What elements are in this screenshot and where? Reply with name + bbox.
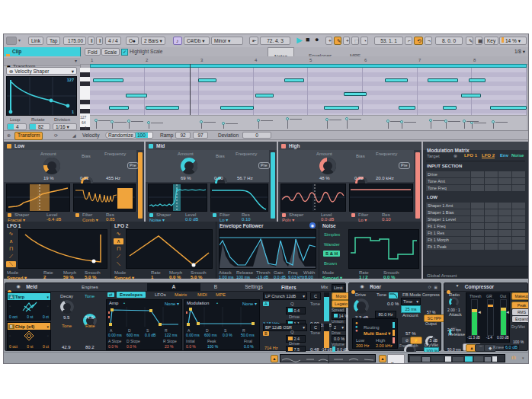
tab-mpe[interactable]: MPE [344,47,367,56]
link-button[interactable]: Link [28,37,43,45]
subtab-envelopes[interactable]: Envelopes [117,292,146,298]
meld-power-icon[interactable]: ◉ [16,284,20,289]
highlight-scale-checkbox[interactable]: ✓ [121,49,128,56]
high-amount-knob[interactable] [319,158,336,174]
limit-button[interactable]: Limit [332,284,345,292]
loop-field[interactable]: 4 [7,123,27,130]
engine-b-next-icon[interactable]: ◦ [47,334,49,338]
device-chain-thumbnails[interactable] [408,354,505,362]
randomize-button[interactable]: Randomize [105,132,136,139]
r-slope-value[interactable]: 23 % [165,344,173,349]
matrix-cell[interactable] [471,209,484,215]
chevron-down-icon[interactable]: ▾ [522,356,524,360]
amp-envelope-graph[interactable] [108,307,181,327]
quantize-menu[interactable]: 2 Bars ▾ [141,37,165,45]
filter-b-level-fader[interactable] [324,324,329,348]
tab-envelopes[interactable]: Envelopes [303,47,338,56]
engine-a-prev-icon[interactable]: ◦ [9,304,11,308]
filter-a-q-field[interactable]: 0.4 [286,307,306,314]
loop-button[interactable]: ⟲ [414,37,423,45]
engine-b-knob2-value[interactable]: 80.2 [85,345,95,350]
high-pre-button[interactable]: Pre [399,162,410,169]
matrix-cell[interactable] [498,244,511,250]
fb-time-field[interactable]: 25 ms [401,305,421,313]
mid-enable-checkbox[interactable] [149,144,153,148]
transform-refresh-icon[interactable]: ⟳ [54,132,58,138]
volume-fader-icon[interactable] [332,346,335,352]
matrix-cell[interactable] [471,230,484,236]
low-pre-button[interactable]: Pre [127,162,139,169]
roar-tone-filter-icon[interactable] [389,292,398,298]
low-enable-checkbox[interactable] [7,144,11,148]
performance-meter-icon[interactable]: ılı [511,354,516,361]
matrix-cell[interactable] [471,171,484,177]
compressor-collapse-icon[interactable]: ▼ [455,283,459,288]
matrix-cell[interactable] [498,216,511,222]
time-signature-field[interactable]: 4 / 4 [105,37,121,45]
low-filter-checkbox[interactable] [75,213,79,217]
matrix-cell[interactable] [498,185,511,191]
matrix-cell[interactable] [485,185,498,191]
window-menu-button[interactable] [6,37,17,45]
warning-icon[interactable]: ▲ [271,355,278,362]
final-value[interactable]: 0.0 % [244,344,254,349]
matrix-cell[interactable] [512,244,525,250]
matrix-cell[interactable] [498,178,511,184]
matrix-cell[interactable] [471,223,484,229]
matrix-cell[interactable] [471,244,484,250]
warning-icon[interactable]: ▲ [379,355,386,362]
noise-type-brown[interactable]: Brown [324,261,337,266]
rotate-field[interactable]: 82 [29,123,50,130]
filter-a-type-menu[interactable]: LP Crunch 12dB▾ [263,292,307,300]
matrix-row-label[interactable]: Tone Amt [426,178,470,184]
engine-b-prev-icon[interactable]: ◦ [9,334,11,338]
frequency-value[interactable]: 455 Hz [106,176,120,180]
fb-mode-menu[interactable]: Time▾ [401,298,421,305]
punch-out-button[interactable]: ¬ [425,37,432,45]
knee-value[interactable]: 6.0 dB [504,345,519,350]
amp-attack-value[interactable]: 0.00 ms [108,333,122,337]
nudge-down-button[interactable]: ‖ [88,37,95,45]
lane-resize-icon[interactable]: ◢ [72,132,76,138]
subtab-lfos[interactable]: LFOs [155,292,166,297]
frequency-value[interactable]: 20.0 kHz [376,176,394,180]
lfo1-wave-triangle-icon[interactable]: ∧ [6,238,16,244]
lfo2-wave-triangle-icon[interactable]: ∧ [114,238,123,244]
automation-thumbnails[interactable] [280,354,376,362]
matrix-row-label[interactable]: Shaper 1 Bias [426,209,470,215]
matrix-cell[interactable] [512,230,525,236]
matrix-row-label[interactable]: Shaper 1 Level [426,216,470,222]
overdub-button[interactable]: + [325,37,332,45]
matrix-cell[interactable] [512,178,525,184]
noise-type-simplex[interactable]: Simplex [324,232,340,237]
out-meter[interactable] [500,299,507,336]
scale-highlight-button[interactable]: Scale [101,48,120,56]
loop-start-field[interactable]: 53. 1. 1 [374,37,403,45]
tap-button[interactable]: Tap [46,37,60,45]
matrix-cell[interactable] [471,237,484,243]
chevron-down-icon[interactable]: ▾ [18,37,21,43]
matrix-cell[interactable] [498,230,511,236]
velocity-lane-bg[interactable] [90,115,527,131]
engine-a-knob1[interactable] [60,300,74,314]
engine-b-st[interactable]: 0 st [27,344,33,349]
matrix-row-label[interactable]: Flt 1 Peak [426,244,470,250]
thresh-handle-icon[interactable]: ◄ [477,310,482,314]
amount-value[interactable]: 69 % [181,176,191,180]
subtab-matrix[interactable]: Matrix [175,292,187,297]
scale-name-menu[interactable]: Minor ▾ [211,37,243,45]
matrix-cell[interactable] [485,178,498,184]
roar-save-icon[interactable]: ▣ [434,285,437,289]
matrix-src-noise[interactable]: Noise [511,153,524,158]
high-enable-checkbox[interactable] [281,144,286,148]
apply-transform-button[interactable]: Transform [14,132,43,140]
deviation-field[interactable]: 0 [242,132,271,139]
play-button[interactable]: ▶ [296,36,303,44]
roar-tone-freq-field[interactable]: 80.0 Hz [375,311,396,318]
comp-drywet-value[interactable]: 100 % [513,340,524,344]
punch-in-button[interactable]: ⌐ [405,37,412,45]
automation-arm-button[interactable]: + [343,37,350,45]
frequency-value[interactable]: 56.7 Hz [237,176,253,180]
envf-sidechain-icon[interactable]: ◉ [309,222,316,228]
matrix-row-label[interactable]: Flt 1 Freq [426,223,470,229]
